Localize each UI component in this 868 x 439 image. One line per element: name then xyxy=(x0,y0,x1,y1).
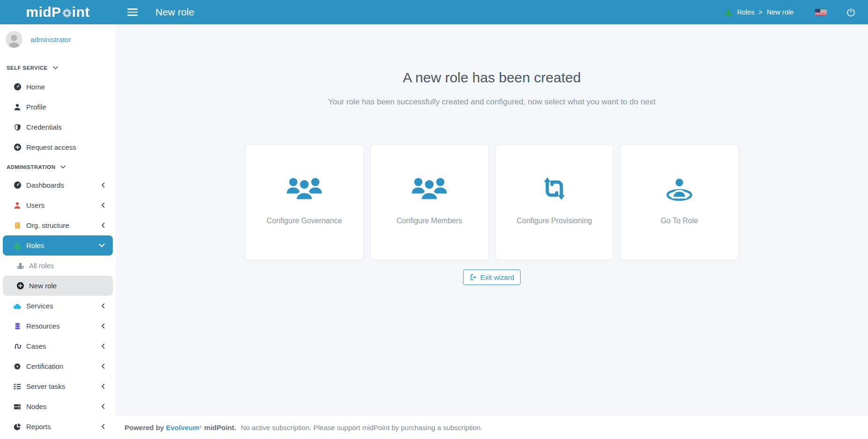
sidebar-item-resources[interactable]: Resources xyxy=(0,316,116,336)
sidebar-item-server-tasks[interactable]: Server tasks xyxy=(0,376,116,396)
hamburger-icon[interactable] xyxy=(127,7,138,18)
plus-circle-icon xyxy=(13,143,22,151)
section-administration[interactable]: ADMINISTRATION xyxy=(0,157,116,175)
subscription-message: No active subscription. Please support m… xyxy=(241,424,482,432)
page-title: New role xyxy=(155,7,194,18)
shield-icon xyxy=(13,124,22,131)
card-configure-members[interactable]: Configure Members xyxy=(370,144,489,260)
chevron-down-icon xyxy=(53,66,58,70)
sidebar-item-new-role[interactable]: New role xyxy=(3,276,113,296)
card-label: Configure Provisioning xyxy=(517,217,592,225)
users-group-icon xyxy=(286,171,323,206)
breadcrumb-new-role[interactable]: New role xyxy=(767,8,794,16)
chevron-left-icon xyxy=(101,202,105,208)
dashboard-icon xyxy=(13,83,22,91)
us-flag-icon[interactable] xyxy=(815,9,827,15)
sidebar-item-nodes[interactable]: Nodes xyxy=(0,396,116,417)
main-title: A new role has been created xyxy=(116,70,868,86)
midpoint-logo[interactable]: midP int xyxy=(0,4,116,20)
sign-out-icon xyxy=(470,274,477,281)
card-configure-governance[interactable]: Configure Governance xyxy=(245,144,364,260)
task-list-icon xyxy=(13,383,22,390)
card-configure-provisioning[interactable]: Configure Provisioning xyxy=(495,144,614,260)
role-icon xyxy=(725,9,733,16)
user-panel[interactable]: administrator xyxy=(0,24,116,53)
breadcrumb: Roles > New role xyxy=(725,8,794,16)
sidebar-item-certification[interactable]: Certification xyxy=(0,356,116,376)
registered-mark: ® xyxy=(199,425,202,430)
sidebar: administrator SELF SERVICE Home Profile … xyxy=(0,24,116,439)
role-icon xyxy=(15,262,25,269)
seal-icon xyxy=(13,363,22,370)
sidebar-item-dashboards[interactable]: Dashboards xyxy=(0,175,116,195)
breadcrumb-roles[interactable]: Roles xyxy=(737,8,754,16)
logo-text-pre: midP xyxy=(26,4,61,20)
chevron-left-icon xyxy=(101,182,105,188)
role-icon xyxy=(13,242,22,249)
sidebar-item-cases[interactable]: Cases xyxy=(0,336,116,356)
chevron-left-icon xyxy=(101,383,105,389)
user-icon xyxy=(13,103,22,111)
main-content: A new role has been created Your role ha… xyxy=(116,24,868,416)
sidebar-item-profile[interactable]: Profile xyxy=(0,97,116,117)
sidebar-item-all-roles[interactable]: All roles xyxy=(0,256,116,276)
exit-row: Exit wizard xyxy=(116,270,868,285)
card-label: Go To Role xyxy=(661,217,698,225)
card-label: Configure Governance xyxy=(267,217,342,225)
dashboard-icon xyxy=(13,181,22,189)
sidebar-item-request-access[interactable]: Request access xyxy=(0,137,116,157)
chevron-down-icon xyxy=(99,243,105,248)
chevron-left-icon xyxy=(101,403,105,410)
plus-circle-icon xyxy=(15,282,25,290)
top-bar: midP int New role Roles > New role xyxy=(0,0,868,24)
sidebar-item-credentials[interactable]: Credentials xyxy=(0,117,116,137)
chevron-left-icon xyxy=(101,323,105,329)
exit-wizard-button[interactable]: Exit wizard xyxy=(463,270,521,285)
chevron-left-icon xyxy=(101,424,105,430)
footer: Powered by Evolveum® midPoint. No active… xyxy=(116,416,868,439)
chevron-down-icon xyxy=(60,165,66,169)
building-icon xyxy=(13,222,22,229)
card-go-to-role[interactable]: Go To Role xyxy=(620,144,739,260)
chevron-left-icon xyxy=(101,363,105,369)
role-icon xyxy=(665,171,694,206)
retweet-icon xyxy=(539,171,569,206)
sidebar-item-services[interactable]: Services xyxy=(0,296,116,316)
product-name: midPoint. xyxy=(204,424,236,432)
sidebar-item-users[interactable]: Users xyxy=(0,195,116,215)
user-icon xyxy=(13,202,22,209)
chevron-left-icon xyxy=(101,303,105,309)
cloud-icon xyxy=(13,303,22,309)
sidebar-item-reports[interactable]: Reports xyxy=(0,417,116,437)
logo-text-post: int xyxy=(72,4,90,20)
sidebar-item-home[interactable]: Home xyxy=(0,77,116,97)
pie-chart-icon xyxy=(13,423,22,431)
gear-icon xyxy=(61,6,72,18)
user-name: administrator xyxy=(30,36,71,44)
sidebar-item-roles[interactable]: Roles xyxy=(3,235,113,256)
sidebar-item-org-structure[interactable]: Org. structure xyxy=(0,215,116,235)
evolveum-link[interactable]: Evolveum xyxy=(166,424,199,432)
chevron-left-icon xyxy=(101,222,105,228)
exit-wizard-label: Exit wizard xyxy=(480,273,515,282)
card-label: Configure Members xyxy=(397,217,463,225)
section-self-service[interactable]: SELF SERVICE xyxy=(0,53,116,77)
case-flow-icon xyxy=(13,343,22,350)
chevron-left-icon xyxy=(101,343,105,349)
users-group-icon xyxy=(411,171,448,206)
power-icon[interactable] xyxy=(846,8,855,17)
main-subtitle: Your role has been successfully created … xyxy=(116,97,868,107)
avatar xyxy=(6,31,22,48)
breadcrumb-separator: > xyxy=(758,8,762,16)
database-icon xyxy=(13,322,22,330)
wizard-cards: Configure Governance Configure Members xyxy=(116,144,868,260)
powered-by-text: Powered by xyxy=(125,424,164,432)
server-icon xyxy=(13,403,22,410)
topbar-right: Roles > New role xyxy=(725,8,868,17)
